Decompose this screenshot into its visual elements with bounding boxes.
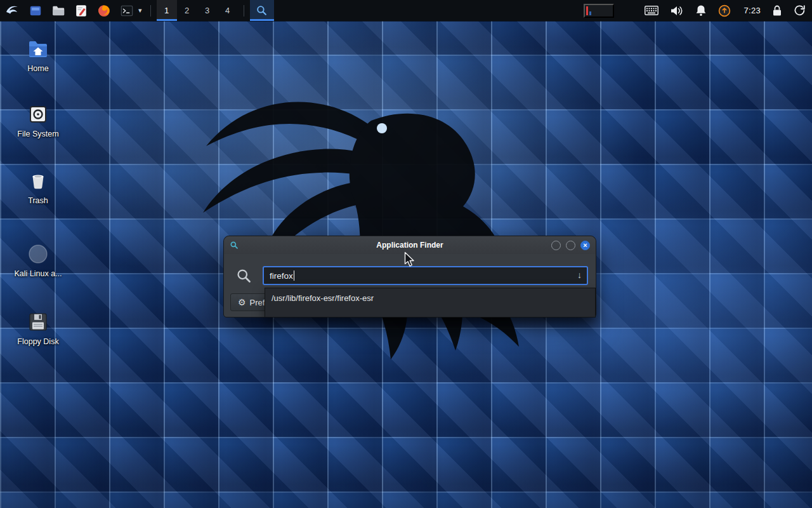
files-launcher[interactable] (47, 0, 70, 21)
applications-menu-button[interactable] (0, 0, 24, 21)
panel-separator (244, 5, 244, 17)
desktop-icon-label: Trash (11, 196, 65, 205)
volume-button[interactable] (670, 5, 684, 17)
gear-icon: ⚙ (238, 297, 246, 307)
session-power-button[interactable] (794, 4, 806, 17)
desktop-icon-file-system[interactable]: File System (11, 104, 65, 138)
file-manager-icon (29, 4, 43, 18)
terminal-icon (120, 4, 134, 18)
terminal-launcher[interactable] (115, 0, 138, 21)
floppy-disk-icon (27, 311, 49, 333)
update-notifier-button[interactable] (718, 4, 731, 17)
titlebar[interactable]: Application Finder × (224, 236, 596, 254)
dropdown-arrow-icon[interactable]: ↓ (577, 270, 582, 280)
session-power-icon (794, 4, 806, 17)
text-caret (294, 271, 295, 281)
search-query-text: firefox (270, 271, 293, 281)
net-bar (589, 11, 591, 15)
keyboard-icon (645, 6, 658, 15)
lock-icon (772, 4, 782, 17)
text-editor-launcher[interactable] (70, 0, 93, 21)
window-app-finder-icon (230, 241, 239, 250)
volume-icon (670, 5, 684, 17)
clock[interactable]: 7:23 (743, 6, 761, 15)
keyboard-layout-button[interactable] (645, 6, 658, 15)
search-icon (235, 267, 252, 284)
window-title: Application Finder (224, 241, 596, 250)
update-notifier-icon (718, 4, 731, 17)
desktop-icon-floppy-disk[interactable]: Floppy Disk (11, 311, 65, 346)
search-input[interactable]: firefox ↓ (263, 266, 588, 285)
application-finder-window: Application Finder × firefox ↓ ⚙ Prefere… (223, 236, 596, 318)
top-panel: ▾ 1 2 3 4 (0, 0, 812, 21)
file-system-icon (27, 104, 49, 125)
text-editor-icon (74, 4, 88, 18)
trash-icon (27, 170, 49, 192)
workspace-1-button[interactable]: 1 (157, 0, 177, 21)
home-folder-icon (27, 38, 49, 60)
desktop-icon-label: Kali Linux a... (11, 269, 65, 278)
desktop-screen: ▾ 1 2 3 4 (0, 0, 812, 508)
folder-icon (51, 4, 65, 18)
kali-dragon-wallpaper-art (159, 51, 577, 381)
bell-icon (695, 4, 707, 17)
workspace-4-button[interactable]: 4 (218, 0, 238, 21)
desktop-icon-label: File System (11, 130, 65, 138)
panel-separator (150, 5, 151, 17)
desktop-icon-label: Floppy Disk (11, 337, 65, 346)
lock-screen-button[interactable] (772, 4, 782, 17)
kali-menu-icon (4, 3, 20, 18)
search-row: firefox ↓ (235, 266, 588, 285)
desktop-icon-home[interactable]: Home (11, 38, 65, 73)
workspace-3-button[interactable]: 3 (197, 0, 218, 21)
application-finder-icon (256, 4, 268, 17)
panel-right-cluster: 7:23 (584, 0, 812, 21)
taskbar-application-finder[interactable] (250, 0, 274, 21)
suggestion-item[interactable]: /usr/lib/firefox-esr/firefox-esr (265, 288, 595, 308)
cpu-bar (586, 6, 588, 15)
desktop-icon-kali-installer[interactable]: Kali Linux a... (11, 243, 65, 278)
chevron-down-icon[interactable]: ▾ (138, 6, 145, 15)
firefox-launcher[interactable] (93, 0, 115, 21)
minimize-button[interactable] (551, 241, 561, 250)
maximize-button[interactable] (566, 241, 575, 250)
desktop-icon-label: Home (11, 64, 65, 73)
desktop-icon-trash[interactable]: Trash (11, 170, 65, 205)
panel-left-cluster: ▾ 1 2 3 4 (0, 0, 274, 21)
notifications-button[interactable] (695, 4, 707, 17)
window-controls: × (551, 241, 590, 250)
close-button[interactable]: × (580, 241, 590, 250)
suggestion-popup: /usr/lib/firefox-esr/firefox-esr (265, 288, 596, 318)
firefox-icon (97, 4, 111, 18)
system-monitor[interactable] (584, 4, 614, 18)
kali-installer-icon (27, 243, 49, 265)
file-manager-launcher[interactable] (24, 0, 47, 21)
workspace-2-button[interactable]: 2 (177, 0, 197, 21)
